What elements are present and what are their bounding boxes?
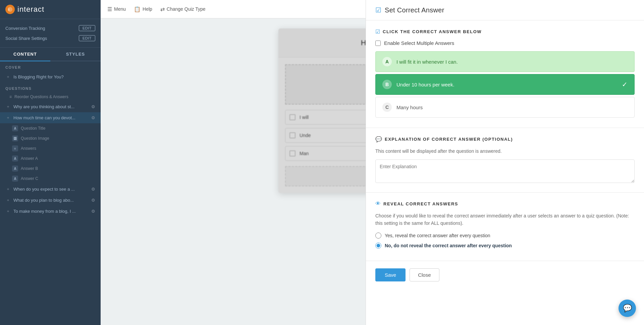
gear-icon-q3[interactable]: ⚙: [91, 187, 95, 192]
social-share-edit-button[interactable]: EDIT: [79, 35, 95, 41]
eye-icon: 👁: [375, 201, 381, 207]
sub-item-answer-a[interactable]: A Answer A: [0, 153, 101, 164]
svg-text:i: i: [8, 7, 9, 11]
checkmark-box-icon: ☑: [375, 6, 381, 14]
question-2-text: How much time can you devot...: [13, 115, 89, 120]
plus-icon-q5: ＋: [5, 208, 11, 214]
cover-item-text: Is Blogging Right for You?: [13, 74, 95, 79]
reveal-no-label[interactable]: No, do not reveal the correct answer aft…: [385, 243, 512, 248]
sidebar-tabs: CONTENT STYLES: [0, 48, 101, 61]
correct-answer-section: ☑ CLICK THE CORRECT ANSWER BELOW Enable …: [366, 20, 644, 128]
reorder-icon: ≡: [9, 94, 12, 99]
reveal-no-radio[interactable]: [375, 243, 381, 249]
sub-label-answers: Answers: [21, 146, 36, 151]
menu-icon: ☰: [107, 6, 112, 12]
help-label: Help: [143, 6, 152, 12]
sub-item-answer-b[interactable]: A Answer B: [0, 164, 101, 174]
chat-bubble-button[interactable]: 💬: [619, 300, 636, 317]
gear-icon-q1[interactable]: ⚙: [91, 104, 95, 109]
tab-content[interactable]: CONTENT: [0, 48, 50, 61]
close-button[interactable]: Close: [410, 268, 439, 281]
answer-choice-b[interactable]: B Under 10 hours per week. ✓: [375, 74, 635, 95]
sub-item-question-image[interactable]: 🖼 Question Image: [0, 133, 101, 143]
question-3-text: When do you expect to see a ...: [13, 187, 89, 192]
sub-label-answer-c: Answer C: [21, 176, 38, 181]
sidebar-item-cover[interactable]: ＋ Is Blogging Right for You?: [0, 71, 101, 82]
tab-styles[interactable]: STYLES: [50, 48, 101, 61]
answer-text-3: Man: [300, 151, 309, 156]
gear-icon-q4[interactable]: ⚙: [91, 198, 95, 203]
sub-label-answer-a: Answer A: [21, 156, 38, 161]
sidebar-item-question-3[interactable]: ＋ When do you expect to see a ... ⚙: [0, 184, 101, 195]
sidebar-meta: Conversion Tracking EDIT Social Share Se…: [0, 19, 101, 48]
explanation-textarea[interactable]: [375, 159, 635, 183]
plus-icon-q4: ＋: [5, 197, 11, 203]
answer-text-c: Many hours: [396, 105, 628, 110]
radio-no-row: No, do not reveal the correct answer aft…: [375, 243, 635, 249]
enable-multiple-checkbox[interactable]: [375, 41, 381, 46]
letter-badge-c: A: [12, 176, 18, 182]
checkbox-icon: ☑: [375, 28, 380, 35]
change-quiz-type-button[interactable]: ⇄ Change Quiz Type: [160, 6, 206, 12]
question-5-text: To make money from a blog, I ...: [13, 209, 89, 214]
conversion-tracking-label: Conversion Tracking: [5, 26, 45, 31]
image-badge: 🖼: [12, 135, 18, 141]
save-button[interactable]: Save: [375, 268, 406, 281]
sidebar-item-question-4[interactable]: ＋ What do you plan to blog abo... ⚙: [0, 195, 101, 206]
reorder-questions-row[interactable]: ≡ Reorder Questions & Answers: [0, 92, 101, 101]
sub-item-answer-c[interactable]: A Answer C: [0, 174, 101, 184]
list-badge: ≡: [12, 145, 18, 151]
sub-item-answers[interactable]: ≡ Answers: [0, 143, 101, 153]
radio-yes-row: Yes, reveal the correct answer after eve…: [375, 233, 635, 239]
right-panel: ☑ Set Correct Answer ☑ CLICK THE CORRECT…: [366, 0, 644, 325]
sub-label-question-title: Question Title: [21, 126, 45, 131]
question-4-text: What do you plan to blog abo...: [13, 198, 89, 203]
sidebar: i interact Conversion Tracking EDIT Soci…: [0, 0, 101, 325]
reveal-heading-text: REVEAL CORRECT ANSWERS: [383, 201, 458, 206]
correct-answer-heading-text: CLICK THE CORRECT ANSWER BELOW: [383, 29, 482, 34]
answer-letter-a: A: [382, 57, 392, 66]
answer-choice-a[interactable]: A I will fit it in whenever I can.: [375, 51, 635, 72]
sidebar-item-question-5[interactable]: ＋ To make money from a blog, I ... ⚙: [0, 206, 101, 217]
reveal-section: 👁 REVEAL CORRECT ANSWERS Choose if you w…: [366, 193, 644, 261]
panel-header: ☑ Set Correct Answer: [366, 0, 644, 20]
panel-title: Set Correct Answer: [385, 6, 444, 14]
explanation-heading-text: EXPLANATION OF CORRECT ANSWER (OPTIONAL): [385, 137, 513, 142]
checkmark-icon: ✓: [622, 80, 628, 88]
plus-icon-q2: ＋: [5, 115, 11, 121]
explanation-description: This content will be displayed after the…: [375, 148, 635, 155]
swap-icon: ⇄: [160, 6, 165, 12]
gear-icon-q5[interactable]: ⚙: [91, 209, 95, 214]
reveal-heading: 👁 REVEAL CORRECT ANSWERS: [375, 201, 635, 207]
answer-choice-c[interactable]: C Many hours: [375, 97, 635, 118]
help-button[interactable]: 📋 Help: [134, 6, 152, 12]
letter-badge-a2: A: [12, 155, 18, 161]
enable-multiple-label[interactable]: Enable Select Multiple Answers: [384, 40, 454, 46]
social-share-label: Social Share Settings: [5, 36, 47, 41]
reveal-yes-radio[interactable]: [375, 233, 381, 239]
gear-icon-q2[interactable]: ⚙: [91, 115, 95, 120]
answer-checkbox-2: [289, 132, 296, 138]
reveal-description: Choose if you would like to reveal the c…: [375, 212, 635, 227]
enable-multiple-row: Enable Select Multiple Answers: [375, 40, 635, 46]
help-icon: 📋: [134, 6, 141, 12]
answer-checkbox-3: [289, 150, 296, 156]
sub-item-question-title[interactable]: A Question Title: [0, 123, 101, 133]
menu-button[interactable]: ☰ Menu: [107, 6, 126, 12]
question-1-text: Why are you thinking about st...: [13, 104, 89, 109]
answer-text-b: Under 10 hours per week.: [396, 82, 622, 87]
conversion-tracking-row: Conversion Tracking EDIT: [5, 23, 95, 33]
change-quiz-type-label: Change Quiz Type: [167, 6, 206, 12]
reorder-label: Reorder Questions & Answers: [14, 94, 68, 99]
sidebar-item-question-2[interactable]: ＋ How much time can you devot... ⚙: [0, 112, 101, 123]
conversion-tracking-edit-button[interactable]: EDIT: [79, 25, 95, 31]
panel-footer: Save Close: [366, 261, 644, 289]
plus-icon-q1: ＋: [5, 104, 11, 110]
answer-text-1: I will: [300, 115, 309, 120]
answer-text-a: I will fit it in whenever I can.: [396, 59, 628, 65]
explanation-section: 💬 EXPLANATION OF CORRECT ANSWER (OPTIONA…: [366, 128, 644, 193]
reveal-yes-label[interactable]: Yes, reveal the correct answer after eve…: [385, 233, 490, 238]
sidebar-item-question-1[interactable]: ＋ Why are you thinking about st... ⚙: [0, 101, 101, 112]
social-share-row: Social Share Settings EDIT: [5, 33, 95, 43]
logo-icon: i: [5, 5, 15, 14]
